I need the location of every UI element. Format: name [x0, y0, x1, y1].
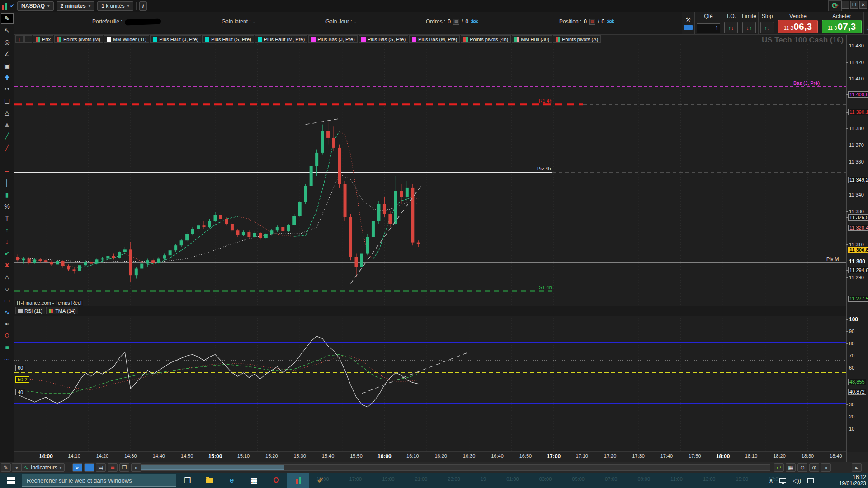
task-view-icon[interactable]: ❐	[176, 473, 198, 488]
opera-browser-icon[interactable]: O	[265, 473, 287, 488]
orders-list-icon[interactable]: ▦	[453, 19, 459, 25]
volume-icon[interactable]: ◁))	[793, 477, 801, 484]
timeframe-selector[interactable]: 2 minutes▾	[57, 1, 95, 11]
steps-tool-icon[interactable]: ≡	[1, 342, 14, 353]
position-gear-icon[interactable]: ✱✱	[607, 19, 613, 25]
legend-item[interactable]: Plus Haut (J, Pré)	[150, 35, 201, 43]
duplicate-icon[interactable]: ▣	[1, 60, 14, 71]
zigzag-tool-icon[interactable]: ≈	[1, 319, 14, 329]
window-button[interactable]: ❐	[119, 463, 129, 472]
stop-order-button[interactable]: ↑↓	[760, 22, 774, 33]
wave-tool-icon[interactable]: ∿	[1, 307, 14, 318]
legend-item[interactable]: Plus Haut (M, Pré)	[255, 35, 307, 43]
scroll-fast-left-button[interactable]: «	[131, 463, 141, 472]
delete-icon[interactable]: ▤	[1, 95, 14, 106]
stop-distance-checkbox[interactable]: ✓	[866, 26, 868, 31]
zoom-in-button[interactable]: ⊕	[809, 463, 819, 472]
qty-input[interactable]	[697, 23, 720, 33]
legend-item[interactable]: Prix	[33, 35, 53, 43]
legend-item[interactable]: MM Hull (30)	[512, 35, 552, 43]
legend-item[interactable]: Points pivots (A)	[553, 35, 601, 43]
rectangle-shape-icon[interactable]: ▭	[1, 295, 14, 306]
indicators-button[interactable]: ∿ Indicateurs ▾	[21, 463, 65, 472]
buy-button[interactable]: 11 307,3	[822, 20, 862, 33]
trendline-down-icon[interactable]: ╱	[1, 142, 14, 153]
refresh-icon[interactable]: ⟳	[828, 0, 842, 11]
to-order-button[interactable]: ↑↓	[724, 22, 738, 33]
cross-mark-icon[interactable]: ✘	[1, 260, 14, 271]
undo-button[interactable]: ↩	[774, 463, 784, 472]
limit-order-button[interactable]: ↓↑	[742, 22, 756, 33]
triangle-shape-icon[interactable]: △	[1, 272, 14, 282]
position-close-icon[interactable]: ▦	[589, 19, 595, 25]
ellipse-shape-icon[interactable]: ○	[1, 283, 14, 294]
more-tools-icon[interactable]: ⋯	[1, 354, 14, 365]
restore-button[interactable]: ❐	[850, 1, 858, 9]
download-arrow[interactable]: ↓	[15, 35, 24, 43]
vline-icon[interactable]: │	[1, 178, 14, 188]
legend-item[interactable]: Plus Bas (M, Pré)	[409, 35, 460, 43]
legend-item[interactable]: Plus Bas (S, Pré)	[359, 35, 408, 43]
measure-icon[interactable]: ∠	[1, 48, 14, 59]
report-button[interactable]: ▤	[96, 463, 106, 472]
scrollbar-thumb[interactable]	[135, 465, 284, 470]
tray-chevron-icon[interactable]: ∧	[769, 477, 774, 484]
legend-item[interactable]: RSI (11)	[15, 307, 45, 314]
draw-pencil-icon[interactable]: ✎	[1, 13, 14, 24]
fibonacci-icon[interactable]: %	[1, 201, 14, 212]
scroll-fast-right-button[interactable]: »	[821, 463, 831, 472]
hline-resistance-icon[interactable]: ─	[1, 166, 14, 177]
trading-app-icon[interactable]	[287, 473, 309, 488]
alert-icon[interactable]: △	[1, 107, 14, 118]
share-button[interactable]: ➢	[72, 463, 82, 472]
horizontal-scrollbar[interactable]	[134, 464, 770, 471]
move-icon[interactable]: ✚	[1, 72, 14, 83]
legend-item[interactable]: Points pivots (4h)	[461, 35, 511, 43]
draw-tool-dropdown[interactable]: ▾	[12, 463, 22, 472]
orders-gear-icon[interactable]: ✱✱	[471, 19, 477, 25]
paint-app-icon[interactable]: ✐	[309, 473, 331, 488]
hline-support-icon[interactable]: ─	[1, 154, 14, 165]
close-button[interactable]: ✕	[859, 1, 867, 9]
legend-item[interactable]: MM Wilder (11)	[104, 35, 149, 43]
cone-icon[interactable]: ▲	[1, 119, 14, 130]
zoom-out-button[interactable]: ⊖	[797, 463, 807, 472]
legend-item[interactable]: Plus Haut (S, Pré)	[202, 35, 254, 43]
info-button[interactable]: i	[139, 1, 147, 11]
arrow-up-icon[interactable]: ↑	[1, 225, 14, 235]
legend-item[interactable]: Plus Bas (J, Pré)	[308, 35, 358, 43]
print-button[interactable]: ▦	[786, 463, 796, 472]
price-axis[interactable]: 11 43011 42011 41011 400,811 390,111 380…	[846, 35, 868, 462]
chart-area[interactable]: ↓↑PrixPoints pivots (M)MM Wilder (11)Plu…	[14, 35, 846, 462]
omega-tool-icon[interactable]: Ω	[1, 330, 14, 341]
check-mark-icon[interactable]: ✔	[1, 248, 14, 259]
scroll-end-button[interactable]: ▸	[852, 463, 862, 472]
instrument-selector[interactable]: NASDAQ▾	[17, 1, 54, 11]
arrow-down-icon[interactable]: ↓	[1, 236, 14, 247]
windows-store-icon[interactable]: ▦	[243, 473, 265, 488]
taskbar-search-input[interactable]: Rechercher sur le web et dans Windows	[22, 474, 176, 487]
wrench-icon[interactable]: ⚒	[685, 16, 691, 23]
action-center-icon[interactable]	[807, 478, 814, 483]
text-tool-icon[interactable]: T	[1, 213, 14, 224]
start-button[interactable]	[0, 473, 22, 488]
network-icon[interactable]	[779, 478, 786, 483]
edge-browser-icon[interactable]: e	[221, 473, 243, 488]
taskbar-clock[interactable]: 16:12 19/01/2023	[839, 473, 866, 488]
cut-icon[interactable]: ✂	[1, 84, 14, 94]
chat-button[interactable]: …	[84, 463, 94, 472]
minimize-button[interactable]: —	[841, 1, 849, 9]
legend-item[interactable]: TMA (14)	[46, 307, 78, 314]
legend-item[interactable]: Points pivots (M)	[54, 35, 103, 43]
sell-button[interactable]: 11 306,3	[778, 20, 818, 33]
upload-arrow[interactable]: ↑	[24, 35, 33, 43]
keyboard-icon[interactable]	[684, 25, 693, 30]
trendline-up-icon[interactable]: ╱	[1, 131, 14, 141]
orderbook-button[interactable]: ≣	[108, 463, 118, 472]
draw-tool-button[interactable]: ✎	[1, 463, 11, 472]
select-cursor-icon[interactable]: ↖	[1, 25, 14, 36]
zoom-icon[interactable]: ◎	[1, 37, 14, 47]
candle-pattern-icon[interactable]: ▮	[1, 189, 14, 200]
units-selector[interactable]: 1 k unités▾	[97, 1, 133, 11]
file-explorer-icon[interactable]	[198, 473, 221, 488]
